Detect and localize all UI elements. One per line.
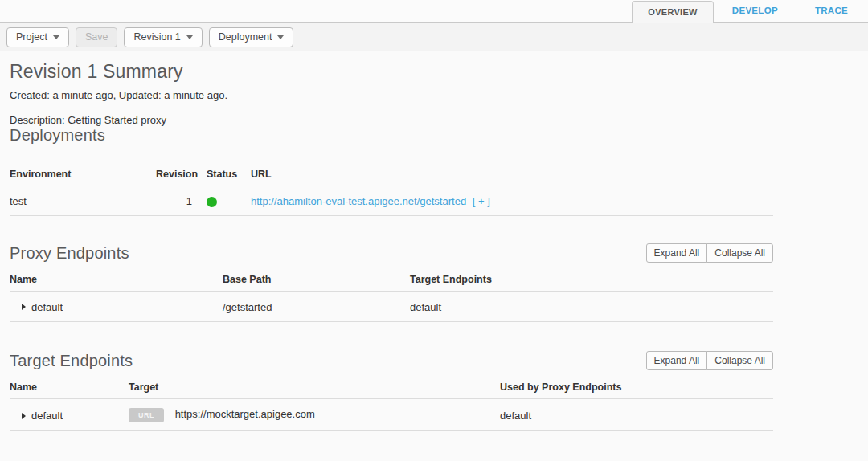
deployments-title: Deployments: [10, 126, 773, 145]
target-expand-collapse-group: Expand All Collapse All: [646, 351, 773, 370]
deployment-row: test 1 http://ahamilton-eval-test.apigee…: [10, 186, 773, 216]
col-header-name: Name: [10, 375, 129, 399]
target-endpoints-table: Name Target Used by Proxy Endpoints defa…: [10, 375, 773, 431]
proxy-endpoints-title: Proxy Endpoints: [10, 244, 129, 263]
deployment-url-expand-link[interactable]: [ + ]: [473, 195, 490, 207]
deployment-environment: test: [10, 186, 156, 216]
proxy-endpoints-table: Name Base Path Target Endpoints default …: [10, 267, 773, 322]
col-header-url: URL: [251, 162, 773, 186]
col-header-base-path: Base Path: [223, 267, 410, 292]
save-button[interactable]: Save: [76, 27, 118, 47]
target-endpoints-title: Target Endpoints: [10, 352, 133, 370]
col-header-environment: Environment: [10, 162, 156, 186]
col-header-name: Name: [10, 267, 223, 292]
expand-caret-icon: [22, 413, 26, 419]
proxy-endpoint-row: default /getstarted default: [10, 292, 773, 322]
caret-down-icon: [277, 35, 284, 39]
save-button-label: Save: [85, 31, 108, 43]
target-collapse-all-button[interactable]: Collapse All: [706, 351, 773, 370]
col-header-revision: Revision: [156, 162, 207, 186]
proxy-endpoints-header-row: Name Base Path Target Endpoints: [10, 267, 773, 292]
col-header-status: Status: [207, 162, 251, 186]
deployment-dropdown[interactable]: Deployment: [209, 27, 294, 47]
deployment-url-link[interactable]: http://ahamilton-eval-test.apigee.net/ge…: [251, 195, 466, 207]
caret-down-icon: [53, 35, 59, 39]
top-tab-bar: OVERVIEW DEVELOP TRACE: [0, 0, 868, 23]
tab-develop[interactable]: DEVELOP: [732, 0, 778, 22]
target-endpoint-used-by: default: [500, 399, 773, 431]
target-endpoints-header: Target Endpoints Expand All Collapse All: [10, 351, 773, 370]
proxy-expand-collapse-group: Expand All Collapse All: [646, 243, 773, 263]
revision-description: Description: Getting Started proxy: [10, 114, 773, 126]
proxy-endpoint-target: default: [410, 292, 773, 322]
proxy-endpoints-header: Proxy Endpoints Expand All Collapse All: [10, 243, 773, 263]
revision-dropdown-label: Revision 1: [133, 31, 180, 43]
deployment-dropdown-label: Deployment: [219, 31, 272, 43]
deployments-table: Environment Revision Status URL test 1 h…: [10, 162, 773, 216]
col-header-target-endpoints: Target Endpoints: [410, 267, 773, 292]
status-deployed-icon: [207, 197, 217, 207]
project-dropdown[interactable]: Project: [6, 27, 69, 47]
project-dropdown-label: Project: [16, 31, 47, 43]
target-expand-all-button[interactable]: Expand All: [646, 351, 708, 370]
page-title: Revision 1 Summary: [10, 61, 773, 83]
proxy-expand-all-button[interactable]: Expand All: [646, 243, 708, 263]
proxy-endpoint-base-path: /getstarted: [223, 292, 410, 322]
revision-dropdown[interactable]: Revision 1: [124, 27, 202, 47]
revision-meta: Created: a minute ago, Updated: a minute…: [10, 89, 773, 101]
deployment-revision: 1: [156, 186, 207, 216]
col-header-target: Target: [129, 375, 500, 399]
tab-trace[interactable]: TRACE: [815, 0, 848, 22]
toolbar: Project Save Revision 1 Deployment: [0, 23, 868, 51]
proxy-collapse-all-button[interactable]: Collapse All: [706, 243, 773, 263]
tab-overview[interactable]: OVERVIEW: [632, 1, 714, 23]
col-header-used-by: Used by Proxy Endpoints: [500, 375, 773, 399]
caret-down-icon: [186, 35, 193, 39]
proxy-endpoint-expander[interactable]: default: [10, 301, 63, 313]
deployments-header-row: Environment Revision Status URL: [10, 162, 773, 186]
target-endpoints-header-row: Name Target Used by Proxy Endpoints: [10, 375, 773, 399]
target-endpoint-expander[interactable]: default: [10, 410, 63, 422]
url-type-badge: URL: [129, 408, 164, 422]
target-endpoint-row: default URL https://mocktarget.apigee.co…: [10, 399, 773, 431]
target-endpoint-name: default: [31, 410, 63, 422]
target-endpoint-url: https://mocktarget.apigee.com: [175, 409, 315, 421]
expand-caret-icon: [22, 304, 26, 310]
main-content: Revision 1 Summary Created: a minute ago…: [10, 61, 773, 431]
proxy-endpoint-name: default: [31, 301, 63, 313]
